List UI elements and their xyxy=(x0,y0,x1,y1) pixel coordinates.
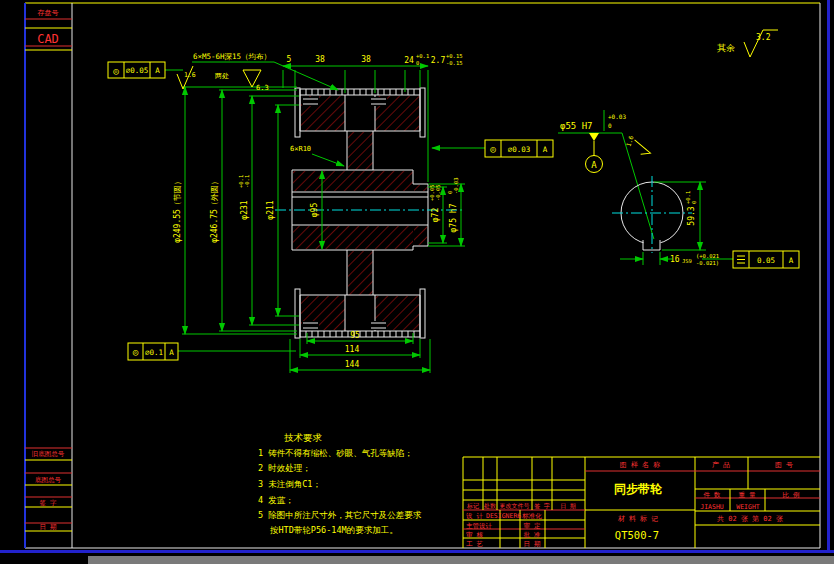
datum-a-flag: A xyxy=(586,133,603,173)
concentricity-icon: ◎ xyxy=(113,66,119,76)
dim-keywidth-lo: -0.021) xyxy=(696,260,719,266)
fillet-callout: 6×R10 xyxy=(290,145,344,166)
designer-value: DESIGNER6 xyxy=(486,512,521,520)
dim-24-lo: 0 xyxy=(416,60,419,66)
technical-requirements: 技术要求 1 铸件不得有缩松、砂眼、气孔等缺陷； 2 时效处理； 3 未注倒角C… xyxy=(258,432,422,535)
tapped-hole-callout: 6×M5-6H深15（均布） 两处 1.6 6.3 xyxy=(177,52,338,92)
dim-pitch-dia: φ249.55（节圆） xyxy=(173,177,182,243)
drawing-name: 同步带轮 xyxy=(614,482,663,496)
dim-95: 95 xyxy=(350,331,360,340)
gdt1-value: ⌀0.05 xyxy=(126,66,149,75)
fillet-label: 6×R10 xyxy=(290,145,311,153)
product-label: 产 品 xyxy=(712,461,730,469)
drawing-no-label: 图 号 xyxy=(775,461,793,469)
window-border xyxy=(0,0,834,553)
dim-keywidth-fit: JS9 xyxy=(682,258,692,264)
chief-designer-label: 主管设计 xyxy=(466,522,493,530)
gdt4-datum: A xyxy=(789,256,794,265)
detail-roughness-value: 1.6 xyxy=(625,135,635,148)
dim-bore-up: +0.03 xyxy=(608,113,626,120)
old-base-no-label: 旧底图总号 xyxy=(32,450,65,458)
dim-27: 2.7 xyxy=(431,56,446,65)
rest-label: 其余 xyxy=(717,43,735,53)
material-label: 材 料 标 记 xyxy=(618,515,659,523)
tech-title: 技术要求 xyxy=(284,432,323,443)
dim-72: φ72 xyxy=(431,208,440,223)
tech-item: 按HTD带轮P56-14M的要求加工。 xyxy=(270,525,398,535)
datum-a-label: A xyxy=(591,160,597,170)
dim-keywidth: 16 xyxy=(670,255,680,264)
dim-114: 114 xyxy=(345,345,360,354)
checker-label: 审 核 xyxy=(466,531,483,539)
date-field-label: 日 期 xyxy=(524,540,541,548)
keyway-detail-view: φ55 H7 +0.03 0 A 1.6 59.3 +0.1 xyxy=(558,110,799,268)
right-dimensions: φ72 +0.05 -0.05 φ75 h7 0 -0.03 xyxy=(428,177,465,246)
base-no-label: 底图总号 xyxy=(35,476,62,484)
tech-item: 5 除图中所注尺寸外，其它尺寸及公差要求 xyxy=(258,510,422,520)
standardization-label: 标准化 xyxy=(521,512,542,520)
date-label: 日 期 xyxy=(40,523,57,531)
dim-keywidth-up: (+0.021 xyxy=(696,253,719,259)
scale-label: 比 例 xyxy=(783,491,800,499)
approver1-label: 审 定 xyxy=(524,522,541,530)
save-no-label: 存盘号 xyxy=(38,9,59,17)
rev-doc-label: 更改文件号 xyxy=(500,502,530,509)
rev-mark-label: 标记 xyxy=(466,502,479,510)
gdt-frame-top-left: ◎ ⌀0.05 A xyxy=(108,62,183,78)
sheet-margin-fields: 存盘号 CAD 旧底图总号 底图总号 签 字 日 期 xyxy=(25,9,72,531)
dim-75h7-lo: -0.03 xyxy=(453,177,459,194)
dim-211: φ211 xyxy=(266,200,275,219)
dim-24: 24 xyxy=(404,56,414,65)
material-value: QT500-7 xyxy=(615,529,659,541)
dim-bore: φ55 H7 xyxy=(560,121,593,131)
sign-label: 签 字 xyxy=(40,499,57,507)
qty-value: JIASHU xyxy=(700,503,724,511)
sheet-count: 共 02 张 第 02 张 xyxy=(717,515,783,523)
dim-38a: 38 xyxy=(315,55,325,64)
dim-95d: φ95 xyxy=(310,203,319,218)
gdt4-value: 0.05 xyxy=(757,256,775,265)
rev-date-label: 日 期 xyxy=(560,502,576,510)
dim-keydepth: 59.3 xyxy=(687,206,696,225)
concentricity-icon: ◎ xyxy=(133,347,139,357)
gdt2-datum: A xyxy=(543,145,548,154)
cad-viewport[interactable]: 存盘号 CAD 旧底图总号 底图总号 签 字 日 期 其余 3.2 xyxy=(0,0,834,564)
dim-144: 144 xyxy=(345,360,360,369)
title-block: 标记 处数 更改文件号 签 字 日 期 设 计 DESIGNER6 标准化 主管… xyxy=(463,457,820,548)
rev-count-label: 处数 xyxy=(483,502,496,510)
dim-27-up: +0.15 xyxy=(446,53,463,59)
cad-label: CAD xyxy=(37,32,59,46)
gdt2-value: ⌀0.03 xyxy=(508,145,531,154)
concentricity-icon: ◎ xyxy=(490,144,496,154)
rest-roughness-value: 3.2 xyxy=(756,33,771,42)
weight-label: 重 量 xyxy=(739,491,756,499)
tech-item: 1 铸件不得有缩松、砂眼、气孔等缺陷； xyxy=(258,448,413,458)
rev-sign-label: 签 字 xyxy=(534,502,550,509)
dim-24-up: +0.1 xyxy=(416,53,429,59)
process-label: 工 艺 xyxy=(466,540,483,548)
dim-38b: 38 xyxy=(361,55,371,64)
dim-231-lo: -0.1 xyxy=(244,175,250,188)
gdt1-datum: A xyxy=(155,66,160,75)
gdt-frame-mid-right: ◎ ⌀0.03 A xyxy=(432,140,553,157)
dim-72-lo: -0.05 xyxy=(435,184,441,201)
dim-231: φ231 xyxy=(240,200,249,219)
roughness-63-value: 6.3 xyxy=(256,84,269,92)
weight-value: WEIGHT xyxy=(736,503,760,511)
dim-27-lo: -0.15 xyxy=(446,60,463,66)
drawing-canvas: 存盘号 CAD 旧底图总号 底图总号 签 字 日 期 其余 3.2 xyxy=(0,0,834,564)
symmetry-icon xyxy=(737,256,745,263)
gdt3-value: ⌀0.1 xyxy=(145,348,163,357)
horizontal-scrollbar[interactable] xyxy=(88,556,834,564)
qty-label: 件 数 xyxy=(704,491,721,499)
general-roughness: 其余 3.2 xyxy=(717,30,778,57)
dim-keydepth-lo: 0 xyxy=(691,201,697,204)
tech-item: 4 发蓝； xyxy=(258,495,294,505)
callout-tapped: 6×M5-6H深15（均布） xyxy=(193,52,271,61)
dim-5: 5 xyxy=(287,55,292,64)
approver2-label: 批 准 xyxy=(524,531,541,539)
dim-75h7: φ75 h7 xyxy=(449,203,458,232)
dim-bore-lo: 0 xyxy=(608,122,612,129)
roughness-16-value: 1.6 xyxy=(184,71,196,79)
drawing-name-label: 图 样 名 称 xyxy=(620,461,661,469)
